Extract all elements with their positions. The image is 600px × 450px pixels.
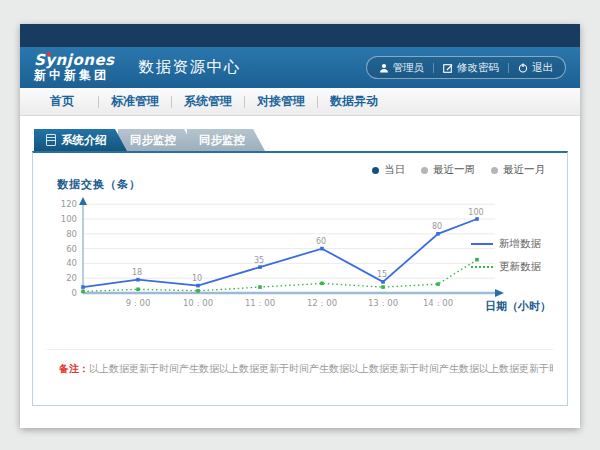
x-tick-label: 10：00 xyxy=(183,298,213,308)
tab-sync-monitor-2[interactable]: 同步监控 xyxy=(187,129,265,151)
tab-sync-monitor-1[interactable]: 同步监控 xyxy=(118,129,196,151)
data-point-label: 100 xyxy=(468,208,483,217)
brand-logo-en: Synjones xyxy=(34,53,115,69)
radio-dot xyxy=(491,167,498,174)
data-point xyxy=(381,280,385,284)
series-line-更新数据 xyxy=(83,260,477,292)
page-title: 数据资源中心 xyxy=(139,57,241,78)
footnote-text: 以上数据更新于时间产生数据以上数据更新于时间产生数据以上数据更新于时间产生数据以… xyxy=(89,363,553,374)
dotted-line-swatch xyxy=(471,266,493,268)
change-password-button[interactable]: 修改密码 xyxy=(443,61,499,75)
data-point xyxy=(320,247,324,251)
radio-last-week[interactable]: 最近一周 xyxy=(421,163,475,177)
series-line-新增数据 xyxy=(83,219,477,287)
data-point xyxy=(258,265,262,269)
y-tick-label: 20 xyxy=(66,273,77,283)
tab-system-intro[interactable]: 系统介绍 xyxy=(34,129,127,151)
desktop-background: Synjones 新中新集团 数据资源中心 管理员 修改密码 xyxy=(0,0,600,450)
radio-last-month[interactable]: 最近一月 xyxy=(491,163,545,177)
x-tick-label: 11：00 xyxy=(245,298,275,308)
x-tick-label: 14：00 xyxy=(423,298,453,308)
y-tick-label: 80 xyxy=(66,229,77,239)
current-user-label: 管理员 xyxy=(393,61,425,75)
data-point xyxy=(136,278,140,282)
document-icon xyxy=(46,134,56,146)
footnote: 备注：以上数据更新于时间产生数据以上数据更新于时间产生数据以上数据更新于时间产生… xyxy=(47,349,553,376)
app-header: Synjones 新中新集团 数据资源中心 管理员 修改密码 xyxy=(20,47,580,88)
data-point-label: 80 xyxy=(432,222,442,231)
solid-line-swatch xyxy=(471,243,493,245)
chart-legend: 新增数据 更新数据 xyxy=(471,237,541,283)
radio-label: 最近一月 xyxy=(503,163,545,177)
tab-bar: 系统介绍 同步监控 同步监控 xyxy=(34,129,580,151)
nav-item-docking-mgmt[interactable]: 对接管理 xyxy=(245,93,317,110)
change-password-label: 修改密码 xyxy=(457,61,499,75)
y-tick-label: 40 xyxy=(66,258,77,268)
footnote-label: 备注： xyxy=(59,363,89,374)
x-tick-label: 9：00 xyxy=(126,298,151,308)
tab-label: 系统介绍 xyxy=(61,129,107,151)
chart-panel: 当日 最近一周 最近一月 数据交换（条） 0204060801001209：00… xyxy=(32,151,568,406)
legend-label: 新增数据 xyxy=(499,237,541,251)
brand-logo-cn: 新中新集团 xyxy=(34,69,115,82)
y-tick-label: 0 xyxy=(72,288,77,298)
data-point-label: 15 xyxy=(377,270,387,279)
x-axis-arrow xyxy=(495,289,504,297)
power-icon xyxy=(518,63,528,73)
data-point xyxy=(258,285,262,289)
logout-button[interactable]: 退出 xyxy=(518,61,553,75)
radio-dot xyxy=(421,167,428,174)
data-point xyxy=(196,284,200,288)
data-point-label: 10 xyxy=(192,274,202,283)
data-point-label: 18 xyxy=(132,268,142,277)
tab-label: 同步监控 xyxy=(199,129,245,151)
data-point xyxy=(436,232,440,236)
data-point xyxy=(81,290,85,294)
data-point xyxy=(196,289,200,293)
toolbar-divider xyxy=(508,63,509,73)
data-point xyxy=(81,285,85,289)
data-point-label: 35 xyxy=(254,256,264,265)
legend-new-data[interactable]: 新增数据 xyxy=(471,237,541,251)
legend-updated-data[interactable]: 更新数据 xyxy=(471,260,541,274)
brand-logo[interactable]: Synjones 新中新集团 xyxy=(34,53,115,81)
y-axis-arrow xyxy=(79,197,87,205)
nav-item-home[interactable]: 首页 xyxy=(26,93,98,110)
logout-label: 退出 xyxy=(532,61,553,75)
data-point xyxy=(475,217,479,221)
y-tick-label: 60 xyxy=(66,244,77,254)
x-tick-label: 12：00 xyxy=(307,298,337,308)
user-icon xyxy=(379,63,389,73)
main-nav: 首页 标准管理 系统管理 对接管理 数据异动 xyxy=(20,88,580,116)
x-tick-label: 13：00 xyxy=(368,298,398,308)
window-top-strip xyxy=(20,24,580,47)
legend-label: 更新数据 xyxy=(499,260,541,274)
data-point xyxy=(136,288,140,292)
current-user-button[interactable]: 管理员 xyxy=(379,61,425,75)
radio-today[interactable]: 当日 xyxy=(372,163,405,177)
y-tick-label: 120 xyxy=(61,199,77,209)
radio-label: 最近一周 xyxy=(433,163,475,177)
data-point xyxy=(436,282,440,286)
y-tick-label: 100 xyxy=(61,214,77,224)
toolbar-divider xyxy=(433,63,434,73)
nav-item-data-change[interactable]: 数据异动 xyxy=(318,93,390,110)
nav-item-standard-mgmt[interactable]: 标准管理 xyxy=(99,93,171,110)
tab-label: 同步监控 xyxy=(130,129,176,151)
data-point-label: 60 xyxy=(316,237,326,246)
data-point xyxy=(381,285,385,289)
edit-icon xyxy=(443,63,453,73)
time-range-filters: 当日 最近一周 最近一月 xyxy=(372,163,545,177)
exchange-line-chart: 0204060801001209：0010：0011：0012：0013：001… xyxy=(51,197,511,319)
user-toolbar: 管理员 修改密码 退出 xyxy=(366,56,567,79)
nav-item-system-mgmt[interactable]: 系统管理 xyxy=(172,93,244,110)
data-point xyxy=(320,282,324,286)
y-axis-title: 数据交换（条） xyxy=(57,177,141,192)
x-axis-title: 日期（小时） xyxy=(485,299,551,314)
radio-label: 当日 xyxy=(384,163,405,177)
radio-dot xyxy=(372,167,379,174)
app-window: Synjones 新中新集团 数据资源中心 管理员 修改密码 xyxy=(20,24,580,428)
